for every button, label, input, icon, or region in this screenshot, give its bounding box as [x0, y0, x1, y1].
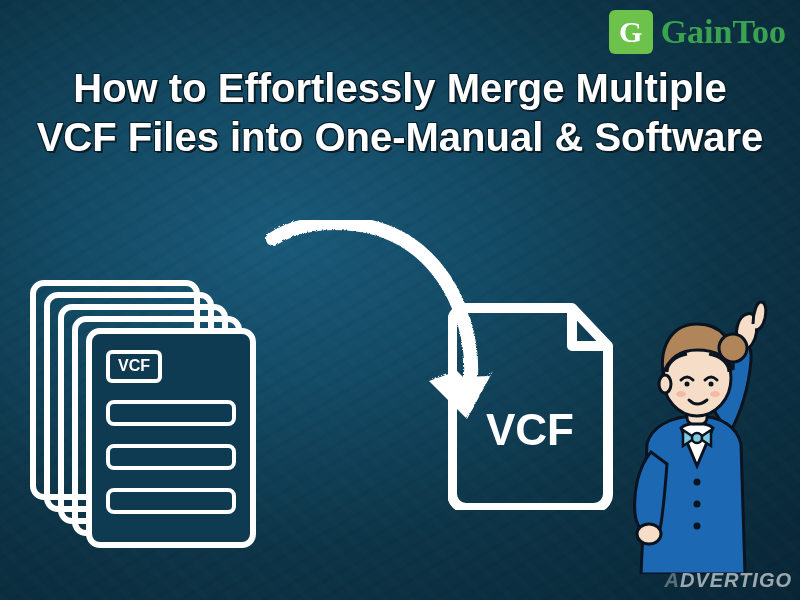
person-character-icon — [611, 294, 786, 574]
single-file-label: VCF — [486, 405, 574, 454]
svg-point-11 — [676, 391, 686, 397]
page-title: How to Effortlessly Merge Multiple VCF F… — [0, 64, 800, 162]
watermark-faded-prefix: A — [664, 569, 679, 591]
stack-line-icon — [106, 444, 236, 470]
svg-point-4 — [694, 523, 701, 530]
svg-point-9 — [685, 382, 690, 387]
watermark-text: ADVERTIGO — [664, 569, 792, 592]
svg-point-1 — [637, 524, 661, 544]
brand-badge-letter: G — [609, 10, 653, 54]
stack-badge-label: VCF — [106, 350, 162, 383]
watermark-main: DVERTIGO — [680, 569, 792, 591]
vcf-file-stack-icon: VCF — [30, 280, 268, 578]
svg-point-0 — [692, 433, 702, 443]
svg-point-12 — [710, 391, 720, 397]
brand-name: GainToo — [661, 13, 786, 51]
illustration-stage: VCF VCF — [0, 230, 800, 600]
stack-card-front: VCF — [86, 328, 256, 548]
brand-logo: G GainToo — [609, 10, 786, 54]
stack-line-icon — [106, 488, 236, 514]
svg-point-2 — [694, 479, 701, 486]
svg-point-10 — [709, 382, 714, 387]
svg-point-3 — [694, 501, 701, 508]
stack-line-icon — [106, 400, 236, 426]
svg-point-7 — [719, 334, 747, 362]
single-vcf-file-icon: VCF — [448, 300, 623, 510]
svg-point-8 — [659, 375, 671, 393]
